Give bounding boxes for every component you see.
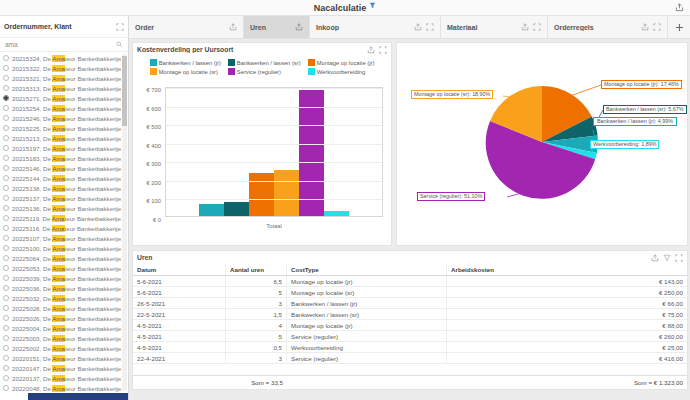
radio-icon[interactable] bbox=[3, 315, 9, 321]
radio-icon[interactable] bbox=[3, 325, 9, 331]
radio-icon[interactable] bbox=[3, 55, 9, 61]
list-item[interactable]: 20215324, De Amateur Banketbakkerijen B. bbox=[0, 53, 121, 63]
legend-item[interactable]: Montage op locatie (jr) bbox=[308, 59, 375, 66]
radio-icon[interactable] bbox=[3, 285, 9, 291]
list-item[interactable]: 20225136, De Amateur Banketbakkerijen B. bbox=[0, 203, 121, 213]
radio-icon[interactable] bbox=[3, 165, 9, 171]
radio-icon[interactable] bbox=[3, 105, 9, 111]
export-icon[interactable] bbox=[675, 3, 684, 12]
radio-icon[interactable] bbox=[3, 155, 9, 161]
tab-uren[interactable]: Uren bbox=[244, 16, 310, 38]
list-item[interactable]: 20225039, De Amateur Banketbakkerijen B. bbox=[0, 273, 121, 283]
tab-inkoop[interactable]: Inkoop bbox=[310, 16, 441, 38]
list-item[interactable]: 20225119, De Amateur Banketbakkerijen B. bbox=[0, 213, 121, 223]
fullscreen-icon[interactable] bbox=[675, 254, 683, 262]
radio-icon[interactable] bbox=[3, 95, 9, 101]
bar-service-regulier[interactable] bbox=[299, 90, 324, 216]
radio-icon[interactable] bbox=[3, 225, 9, 231]
radio-icon[interactable] bbox=[3, 185, 9, 191]
radio-icon[interactable] bbox=[3, 135, 9, 141]
radio-icon[interactable] bbox=[3, 145, 9, 151]
column-header[interactable]: Datum bbox=[133, 264, 226, 275]
table-row[interactable]: 4-5-20214Montage op locatie (jr)€ 88,00 bbox=[133, 320, 687, 331]
fullscreen-icon[interactable] bbox=[653, 23, 661, 31]
table-row[interactable]: 4-5-20215Service (regulier)€ 260,00 bbox=[133, 331, 687, 342]
radio-icon[interactable] bbox=[3, 65, 9, 71]
legend-item[interactable]: Montage op locatie (sr) bbox=[150, 68, 221, 75]
search-input[interactable]: ama bbox=[0, 38, 128, 52]
table-row[interactable]: 26-5-20213Bankwerken / lassen (jr)€ 66,0… bbox=[133, 298, 687, 309]
bar-bankwerken-lassen-jr[interactable] bbox=[199, 204, 224, 216]
list-item[interactable]: 20215213, De Amateur Banketbakkerijen B. bbox=[0, 133, 121, 143]
radio-icon[interactable] bbox=[3, 75, 9, 81]
list-item[interactable]: 20225146, De Amateur Banketbakkerijen B. bbox=[0, 163, 121, 173]
list-item[interactable]: 20225028, De Amateur Banketbakkerijen B. bbox=[0, 303, 121, 313]
radio-icon[interactable] bbox=[3, 85, 9, 91]
radio-icon[interactable] bbox=[3, 375, 9, 381]
bar-werkvoorbereiding[interactable] bbox=[324, 211, 349, 216]
radio-icon[interactable] bbox=[3, 215, 9, 221]
fullscreen-icon[interactable] bbox=[379, 46, 387, 54]
column-header[interactable]: CostType bbox=[287, 264, 447, 275]
radio-icon[interactable] bbox=[3, 205, 9, 211]
radio-icon[interactable] bbox=[3, 385, 9, 391]
list-item[interactable]: 20225144, De Amateur Banketbakkerijen B. bbox=[0, 173, 121, 183]
bar-montage-op-locatie-jr[interactable] bbox=[249, 173, 274, 216]
add-tab-button[interactable] bbox=[668, 16, 690, 38]
list-item[interactable]: 20225026, De Amateur Banketbakkerijen B. bbox=[0, 313, 121, 323]
export-icon[interactable] bbox=[641, 23, 649, 31]
bar-montage-op-locatie-sr[interactable] bbox=[274, 170, 299, 216]
list-item[interactable]: 20215322, De Amateur Banketbakkerijen B. bbox=[0, 63, 121, 73]
list-item[interactable]: 20215225, De Amateur Banketbakkerijen B. bbox=[0, 123, 121, 133]
radio-icon[interactable] bbox=[3, 295, 9, 301]
radio-icon[interactable] bbox=[3, 195, 9, 201]
radio-icon[interactable] bbox=[3, 125, 9, 131]
filter-icon[interactable] bbox=[369, 2, 376, 9]
list-item[interactable]: 20225100, De Amateur Banketbakkerijen B. bbox=[0, 243, 121, 253]
export-icon[interactable] bbox=[229, 23, 237, 31]
search-icon[interactable] bbox=[116, 41, 123, 48]
radio-icon[interactable] bbox=[3, 345, 9, 351]
list-item[interactable]: 20225107, De Amateur Banketbakkerijen B. bbox=[0, 233, 121, 243]
list-item[interactable]: 20220151, De Amateur Banketbakkerijen B. bbox=[0, 353, 121, 363]
list-item[interactable]: 20215313, De Amateur Banketbakkerijen B. bbox=[0, 83, 121, 93]
radio-icon[interactable] bbox=[3, 175, 9, 181]
list-item[interactable]: 20225053, De Amateur Banketbakkerijen B. bbox=[0, 263, 121, 273]
tab-order[interactable]: Order bbox=[129, 16, 244, 38]
radio-icon[interactable] bbox=[3, 255, 9, 261]
radio-icon[interactable] bbox=[3, 305, 9, 311]
list-item[interactable]: 20225137, De Amateur Banketbakkerijen B. bbox=[0, 193, 121, 203]
radio-icon[interactable] bbox=[3, 265, 9, 271]
legend-item[interactable]: Bankwerken / lassen (sr) bbox=[228, 59, 301, 66]
column-header[interactable]: Aantal uren bbox=[226, 264, 287, 275]
legend-item[interactable]: Service (regulier) bbox=[228, 68, 301, 75]
list-item[interactable]: 20220147, De Amateur Banketbakkerijen B. bbox=[0, 363, 121, 373]
radio-icon[interactable] bbox=[3, 355, 9, 361]
list-item[interactable]: 20215197, De Amateur Banketbakkerijen B. bbox=[0, 143, 121, 153]
list-item[interactable]: 20215246, De Amateur Banketbakkerijen B. bbox=[0, 113, 121, 123]
list-item[interactable]: 20225138, De Amateur Banketbakkerijen B. bbox=[0, 183, 121, 193]
list-item[interactable]: 20225004, De Amateur Banketbakkerijen B. bbox=[0, 323, 121, 333]
fullscreen-icon[interactable] bbox=[533, 23, 541, 31]
table-row[interactable]: 22-5-20211,5Bankwerken / lassen (sr)€ 75… bbox=[133, 309, 687, 320]
list-item[interactable]: 20225002, De Amateur Banketbakkerijen B. bbox=[0, 343, 121, 353]
radio-icon[interactable] bbox=[3, 275, 9, 281]
list-item[interactable]: 20225003, De Amateur Banketbakkerijen B. bbox=[0, 333, 121, 343]
export-icon[interactable] bbox=[521, 23, 529, 31]
table-row[interactable]: 5-6-20216,5Montage op locatie (jr)€ 143,… bbox=[133, 276, 687, 287]
legend-item[interactable]: Bankwerken / lassen (jr) bbox=[150, 59, 221, 66]
list-item[interactable]: 20225064, De Amateur Banketbakkerijen B. bbox=[0, 253, 121, 263]
tab-materiaal[interactable]: Materiaal bbox=[441, 16, 548, 38]
radio-icon[interactable] bbox=[3, 365, 9, 371]
bar-bankwerken-lassen-sr[interactable] bbox=[224, 202, 249, 216]
radio-icon[interactable] bbox=[3, 335, 9, 341]
list-item[interactable]: 20215183, De Amateur Banketbakkerijen B. bbox=[0, 153, 121, 163]
filter-icon[interactable] bbox=[663, 254, 671, 262]
left-panel-scrollbar[interactable] bbox=[28, 393, 128, 400]
list-item[interactable]: 20225032, De Amateur Banketbakkerijen B. bbox=[0, 293, 121, 303]
list-item[interactable]: 20225036, De Amateur Banketbakkerijen B. bbox=[0, 283, 121, 293]
list-item[interactable]: 20225116, De Amateur Banketbakkerijen B. bbox=[0, 223, 121, 233]
tab-orderregels[interactable]: Orderregels bbox=[548, 16, 668, 38]
list-item[interactable]: 20220048, De Amateur Banketbakkerijen B. bbox=[0, 383, 121, 392]
export-icon[interactable] bbox=[414, 23, 422, 31]
